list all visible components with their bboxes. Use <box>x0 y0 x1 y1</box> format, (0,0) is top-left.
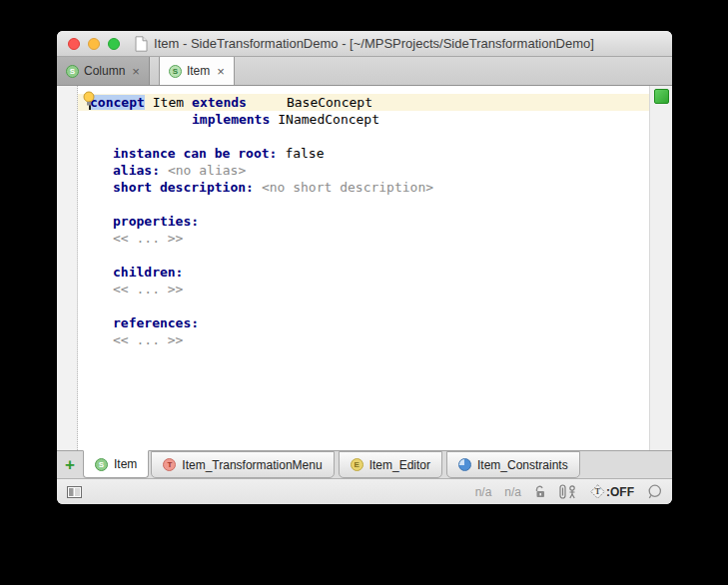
concept-keyword[interactable]: concept <box>90 95 145 110</box>
title-group: Item - SideTransformationDemo - [~/MPSPr… <box>135 36 594 52</box>
aspect-tab-label: Item_TransformationMenu <box>182 458 322 472</box>
code-line-properties-placeholder[interactable]: << ... >> <box>78 230 649 247</box>
minimize-button[interactable] <box>88 38 100 50</box>
aspect-tab-transformation-menu[interactable]: T Item_TransformationMenu <box>151 451 334 478</box>
hector-inspector-icon[interactable] <box>559 484 577 499</box>
children-placeholder-cell[interactable]: << ... >> <box>113 282 183 296</box>
code-line-alias[interactable]: alias:<no alias> <box>78 162 649 179</box>
short-description-value-cell[interactable]: <no short description> <box>262 180 433 195</box>
concept-editor-content: conceptItemextendsBaseConcept implements… <box>78 86 649 348</box>
typesystem-state-label: :OFF <box>606 485 634 499</box>
code-line-short-description[interactable]: short description:<no short description> <box>78 179 649 196</box>
intention-bulb-icon[interactable] <box>82 91 96 107</box>
tab-label: Item <box>187 64 210 78</box>
blank-line <box>78 196 649 213</box>
constraints-aspect-icon <box>458 458 471 471</box>
add-aspect-button[interactable]: + <box>57 451 83 478</box>
blank-line <box>78 297 649 314</box>
code-line-properties-header[interactable]: properties: <box>78 213 649 230</box>
tab-column[interactable]: S Column × <box>57 57 150 85</box>
references-header-label: references: <box>113 315 199 330</box>
svg-text:T: T <box>595 487 601 496</box>
window-title: Item - SideTransformationDemo - [~/MPSPr… <box>154 36 594 51</box>
code-line-children-header[interactable]: children: <box>78 264 649 281</box>
document-proxy-icon[interactable] <box>135 36 148 52</box>
typesystem-trace-toggle[interactable]: T :OFF <box>590 484 634 499</box>
editor-gutter <box>57 86 78 450</box>
lock-open-icon[interactable] <box>534 485 546 499</box>
tab-label: Column <box>84 64 125 78</box>
close-button[interactable] <box>68 38 80 50</box>
aspect-tab-label: Item_Constraints <box>477 458 568 472</box>
aspect-tab-editor[interactable]: E Item_Editor <box>339 451 442 478</box>
instance-root-value-cell[interactable]: false <box>285 146 324 161</box>
structure-aspect-icon: S <box>169 65 182 78</box>
editor-aspect-icon: E <box>351 458 364 471</box>
properties-placeholder-cell[interactable]: << ... >> <box>113 231 183 246</box>
aspect-tab-item[interactable]: S Item <box>83 450 149 478</box>
aspect-tab-label: Item_Editor <box>369 458 430 472</box>
error-stripe[interactable] <box>649 86 672 450</box>
code-line-children-placeholder[interactable]: << ... >> <box>78 281 649 297</box>
position-indicator: n/a <box>475 485 492 499</box>
aspect-tab-bar: + S Item T Item_TransformationMenu E Ite… <box>57 450 672 478</box>
screenshot-canvas: Item - SideTransformationDemo - [~/MPSPr… <box>0 0 728 585</box>
structure-aspect-icon: S <box>95 458 108 471</box>
blank-line <box>78 247 649 264</box>
structure-aspect-icon: S <box>66 65 79 78</box>
extends-target-cell[interactable]: BaseConcept <box>287 95 372 110</box>
aspect-tab-label: Item <box>114 457 137 471</box>
code-line-concept-header[interactable]: conceptItemextendsBaseConcept <box>78 94 649 111</box>
inspection-ok-indicator[interactable] <box>654 89 669 104</box>
alias-value-cell[interactable]: <no alias> <box>168 163 246 178</box>
close-tab-icon[interactable]: × <box>217 65 225 78</box>
mps-ide-window: Item - SideTransformationDemo - [~/MPSPr… <box>57 31 672 504</box>
short-description-label: short description: <box>113 180 254 195</box>
implements-keyword[interactable]: implements <box>192 112 270 127</box>
children-header-label: children: <box>113 265 183 280</box>
code-pane[interactable]: conceptItemextendsBaseConcept implements… <box>78 86 649 450</box>
concept-name-cell[interactable]: Item <box>153 95 184 110</box>
properties-header-label: properties: <box>113 214 199 229</box>
aspect-tab-constraints[interactable]: Item_Constraints <box>446 451 580 478</box>
close-tab-icon[interactable]: × <box>132 65 140 78</box>
transformation-aspect-icon: T <box>163 458 176 471</box>
blank-line <box>78 128 649 145</box>
editor-tab-bar: S Column × S Item × <box>57 57 672 86</box>
traffic-lights <box>68 31 120 56</box>
toolwindow-toggle-icon[interactable] <box>67 486 82 498</box>
notification-bubble-icon[interactable] <box>647 484 662 499</box>
references-placeholder-cell[interactable]: << ... >> <box>113 332 183 347</box>
editor-area: conceptItemextendsBaseConcept implements… <box>57 86 672 450</box>
code-line-references-header[interactable]: references: <box>78 314 649 331</box>
zoom-button[interactable] <box>108 38 120 50</box>
tab-item[interactable]: S Item × <box>159 57 235 85</box>
title-bar[interactable]: Item - SideTransformationDemo - [~/MPSPr… <box>57 31 672 57</box>
instance-root-label: instance can be root: <box>113 146 277 161</box>
code-line-instance-root[interactable]: instance can be root:false <box>78 145 649 162</box>
selection-indicator: n/a <box>504 485 521 499</box>
implements-target-cell[interactable]: INamedConcept <box>278 112 379 127</box>
status-bar: n/a n/a T :OFF <box>57 478 672 504</box>
code-line-references-placeholder[interactable]: << ... >> <box>78 331 649 348</box>
alias-label: alias: <box>113 163 160 178</box>
typesystem-diamond-icon: T <box>590 484 605 499</box>
extends-keyword[interactable]: extends <box>192 95 247 110</box>
code-line-implements[interactable]: implementsINamedConcept <box>78 111 649 128</box>
